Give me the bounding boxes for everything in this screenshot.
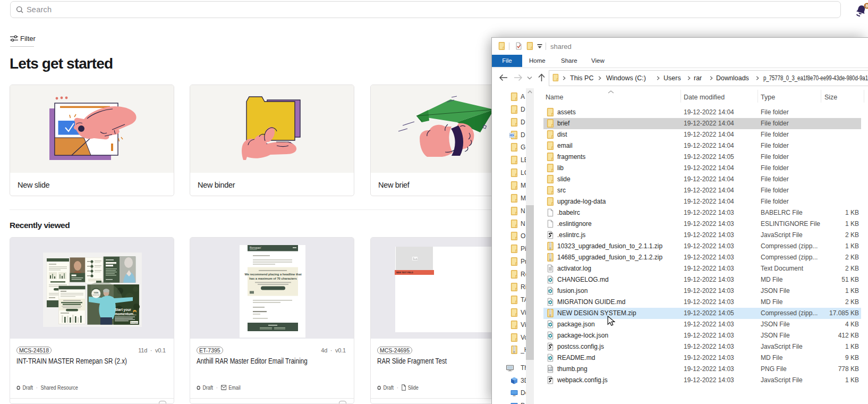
svg-text:100k: 100k <box>93 291 99 294</box>
svg-text:momentum...: momentum... <box>115 312 137 316</box>
svg-text:has a maximum of 70 characters: has a maximum of 70 characters <box>249 277 297 280</box>
svg-text:Remepan´: Remepan´ <box>250 247 262 249</box>
svg-text:Remepan: Remepan <box>130 322 138 324</box>
svg-text:momentum: momentum <box>92 294 99 296</box>
svg-text:We recommend placing a headlin: We recommend placing a headline that <box>244 273 301 276</box>
svg-text:8: 8 <box>865 3 868 9</box>
svg-text:NEW TEXT FIELD: NEW TEXT FIELD <box>396 272 413 274</box>
